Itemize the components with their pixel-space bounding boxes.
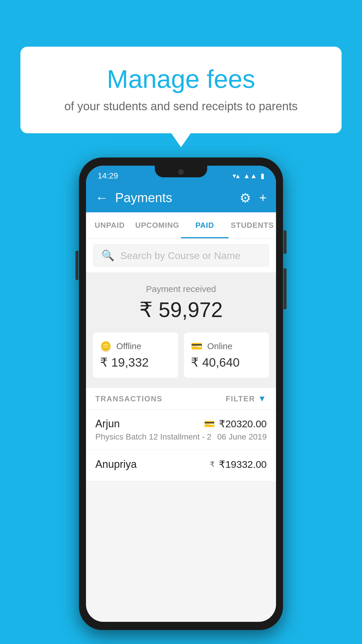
- search-placeholder: Search by Course or Name: [120, 250, 240, 261]
- notch: [155, 166, 207, 177]
- transaction-row-anupriya[interactable]: Anupriya ₹ ₹19332.00: [86, 450, 276, 481]
- offline-amount: ₹ 19,332: [100, 355, 171, 370]
- transaction-row-arjun[interactable]: Arjun 💳 ₹20320.00 Physics Batch 12 Insta…: [86, 410, 276, 450]
- transaction-amount-wrap-anupriya: ₹ ₹19332.00: [210, 459, 267, 470]
- bubble-title: Manage fees: [44, 64, 318, 94]
- app-title: Payments: [115, 190, 233, 205]
- signal-icon: ▲▲: [243, 172, 257, 180]
- transaction-top-arjun: Arjun 💳 ₹20320.00: [95, 418, 267, 430]
- add-button[interactable]: +: [259, 190, 267, 205]
- camera: [178, 169, 184, 175]
- transaction-top-anupriya: Anupriya ₹ ₹19332.00: [95, 458, 267, 470]
- status-icons: ▾▴ ▲▲ ▮: [233, 172, 264, 180]
- tab-paid[interactable]: PAID: [181, 212, 229, 238]
- speech-bubble: Manage fees of your students and send re…: [20, 47, 342, 133]
- search-bar[interactable]: 🔍 Search by Course or Name: [93, 244, 269, 267]
- online-card: 💳 Online ₹ 40,640: [184, 332, 269, 378]
- app-bar-actions: ⚙ +: [240, 190, 267, 205]
- cash-icon: 🪙: [100, 341, 112, 352]
- status-time: 14:29: [98, 171, 118, 181]
- offline-card: 🪙 Offline ₹ 19,332: [93, 332, 178, 378]
- phone-screen: 14:29 ▾▴ ▲▲ ▮ ← Payments ⚙ +: [86, 166, 276, 622]
- transaction-amount-anupriya: ₹19332.00: [219, 459, 267, 470]
- tab-upcoming[interactable]: UPCOMING: [133, 212, 181, 238]
- offline-card-header: 🪙 Offline: [100, 341, 171, 352]
- payment-total-amount: ₹ 59,972: [93, 298, 269, 322]
- transaction-course-arjun: Physics Batch 12 Installment - 2: [95, 432, 211, 442]
- power-button-bottom: [284, 268, 287, 309]
- filter-button[interactable]: FILTER ▼: [226, 394, 267, 403]
- battery-icon: ▮: [261, 172, 264, 180]
- search-container: 🔍 Search by Course or Name: [86, 239, 276, 272]
- filter-icon: ▼: [258, 394, 267, 403]
- payment-summary: Payment received ₹ 59,972: [86, 272, 276, 332]
- tab-unpaid[interactable]: UNPAID: [86, 212, 133, 238]
- settings-button[interactable]: ⚙: [240, 190, 251, 205]
- wifi-icon: ▾▴: [233, 172, 240, 180]
- offline-label: Offline: [116, 341, 141, 351]
- transaction-name-arjun: Arjun: [95, 418, 120, 430]
- online-amount: ₹ 40,640: [191, 355, 262, 370]
- payment-received-label: Payment received: [93, 284, 269, 294]
- phone-shell: 14:29 ▾▴ ▲▲ ▮ ← Payments ⚙ +: [79, 158, 283, 630]
- transactions-header: TRANSACTIONS FILTER ▼: [86, 388, 276, 410]
- transaction-amount-wrap-arjun: 💳 ₹20320.00: [204, 418, 267, 430]
- transaction-amount-arjun: ₹20320.00: [219, 418, 267, 430]
- card-chip-icon: 💳: [204, 419, 215, 429]
- back-button[interactable]: ←: [95, 190, 108, 205]
- card-icon: 💳: [191, 341, 203, 352]
- tabs-container: UNPAID UPCOMING PAID STUDENTS: [86, 212, 276, 239]
- tab-students[interactable]: STUDENTS: [229, 212, 276, 238]
- transaction-date-arjun: 06 June 2019: [217, 432, 267, 442]
- transaction-bottom-arjun: Physics Batch 12 Installment - 2 06 June…: [95, 432, 267, 442]
- screen-content: 14:29 ▾▴ ▲▲ ▮ ← Payments ⚙ +: [86, 166, 276, 622]
- app-bar: ← Payments ⚙ +: [86, 183, 276, 212]
- online-card-header: 💳 Online: [191, 341, 262, 352]
- filter-label: FILTER: [226, 394, 255, 403]
- rupee-note-icon: ₹: [210, 460, 215, 469]
- transactions-label: TRANSACTIONS: [95, 394, 163, 403]
- speech-bubble-container: Manage fees of your students and send re…: [20, 47, 342, 133]
- online-label: Online: [207, 341, 233, 351]
- phone-container: 14:29 ▾▴ ▲▲ ▮ ← Payments ⚙ +: [79, 158, 283, 630]
- transaction-name-anupriya: Anupriya: [95, 458, 137, 470]
- power-button-top: [284, 230, 287, 254]
- search-icon: 🔍: [101, 249, 115, 262]
- bubble-subtitle: of your students and send receipts to pa…: [44, 100, 318, 113]
- volume-button: [75, 251, 78, 280]
- payment-cards: 🪙 Offline ₹ 19,332 💳 Online ₹ 40,640: [86, 332, 276, 388]
